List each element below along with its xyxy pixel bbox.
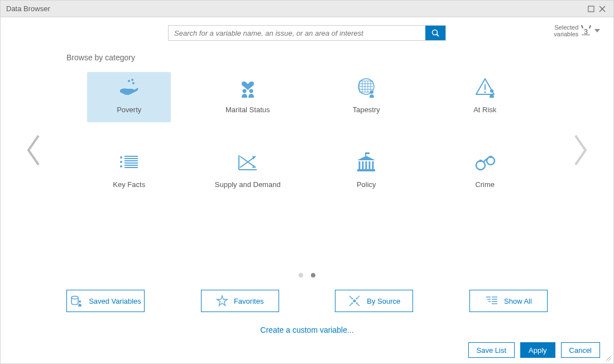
category-label: Supply and Demand — [215, 180, 281, 189]
svg-point-56 — [353, 300, 356, 303]
carousel-next[interactable] — [572, 133, 589, 167]
search-box — [168, 25, 446, 41]
close-button[interactable] — [597, 3, 608, 15]
selected-variables[interactable]: Selected variables 3 — [554, 24, 600, 37]
cancel-label: Cancel — [569, 346, 592, 355]
category-label: Key Facts — [113, 180, 145, 189]
save-list-button[interactable]: Save List — [468, 342, 515, 358]
resize-handle[interactable] — [605, 355, 611, 361]
secondary-label: Saved Variables — [89, 297, 141, 305]
svg-point-7 — [131, 79, 133, 81]
selected-variables-label-1: Selected — [554, 24, 578, 31]
secondary-label: By Source — [367, 297, 400, 305]
secondary-label: Show All — [504, 297, 532, 305]
svg-marker-43 — [357, 156, 375, 160]
resize-icon — [605, 355, 611, 361]
search-row: Selected variables 3 — [14, 25, 600, 41]
chevron-down-icon[interactable] — [594, 29, 600, 33]
svg-point-22 — [370, 90, 373, 94]
save-list-label: Save List — [477, 346, 506, 355]
titlebar: Data Browser — [1, 1, 613, 17]
favorites-button[interactable]: Favorites — [201, 290, 279, 312]
saved-variables-button[interactable]: Saved Variables — [66, 290, 145, 312]
show-all-button[interactable]: Show All — [469, 290, 548, 312]
svg-point-25 — [490, 89, 493, 93]
list-icon — [118, 150, 140, 175]
warning-person-icon — [474, 75, 496, 100]
category-label: Policy — [357, 180, 376, 189]
svg-line-72 — [606, 356, 611, 361]
maximize-button[interactable] — [586, 3, 597, 15]
heart-people-icon — [237, 75, 259, 100]
svg-rect-52 — [479, 160, 482, 162]
svg-rect-46 — [366, 161, 367, 169]
create-custom-variable-link[interactable]: Create a custom variable... — [260, 325, 353, 334]
svg-rect-0 — [588, 6, 594, 12]
pagination-dot-0[interactable] — [299, 273, 303, 277]
svg-point-32 — [120, 165, 122, 167]
by-source-button[interactable]: By Source — [335, 290, 413, 312]
cancel-button[interactable]: Cancel — [561, 342, 600, 358]
svg-point-24 — [484, 92, 486, 93]
apply-button[interactable]: Apply — [520, 342, 555, 358]
apply-label: Apply — [529, 346, 547, 355]
window-title: Data Browser — [6, 4, 50, 13]
svg-rect-41 — [365, 152, 366, 156]
category-label: Marital Status — [226, 106, 270, 114]
maximize-icon — [588, 6, 594, 12]
selected-variables-count: 3 — [584, 28, 588, 36]
svg-rect-45 — [362, 161, 364, 169]
category-label: Crime — [475, 180, 495, 189]
svg-rect-47 — [369, 161, 371, 169]
category-grid: Poverty Marital Status Tapestry — [70, 72, 544, 197]
svg-point-6 — [128, 80, 130, 82]
handcuffs-icon — [474, 150, 496, 175]
svg-point-54 — [71, 296, 78, 299]
svg-rect-44 — [359, 161, 361, 169]
svg-point-8 — [132, 82, 135, 84]
svg-rect-49 — [357, 169, 375, 171]
svg-point-10 — [249, 89, 253, 93]
svg-point-55 — [79, 300, 81, 303]
supply-demand-icon — [237, 150, 259, 175]
svg-line-73 — [608, 358, 611, 361]
gov-icon — [355, 150, 377, 175]
svg-rect-53 — [490, 156, 492, 158]
svg-marker-5 — [594, 29, 600, 32]
svg-rect-48 — [372, 161, 374, 169]
category-label: At Risk — [473, 106, 496, 114]
carousel-prev[interactable] — [25, 133, 42, 167]
grid-person-icon — [355, 75, 377, 100]
svg-line-4 — [437, 35, 439, 37]
show-all-icon — [485, 295, 498, 307]
category-poverty[interactable]: Poverty — [87, 72, 171, 122]
svg-point-29 — [120, 161, 122, 163]
category-crime[interactable]: Crime — [443, 147, 527, 197]
search-button[interactable] — [425, 26, 445, 40]
pagination-dot-1[interactable] — [311, 273, 315, 277]
secondary-actions: Saved Variables Favorites By Source Show… — [66, 290, 548, 312]
category-label: Tapestry — [353, 106, 380, 114]
category-policy[interactable]: Policy — [324, 147, 408, 197]
close-icon — [598, 5, 606, 13]
svg-rect-42 — [366, 152, 370, 154]
svg-point-3 — [433, 30, 438, 35]
hand-coins-icon — [118, 75, 140, 100]
search-input[interactable] — [169, 26, 425, 40]
category-at-risk[interactable]: At Risk — [443, 72, 527, 122]
selected-variables-label-2: variables — [554, 31, 578, 37]
cart-icon: 3 — [582, 26, 590, 35]
db-person-icon — [70, 294, 83, 308]
category-key-facts[interactable]: Key Facts — [87, 147, 171, 197]
category-carousel: Poverty Marital Status Tapestry — [14, 72, 600, 240]
svg-point-50 — [476, 161, 485, 170]
star-icon — [216, 295, 228, 307]
pagination-dots — [14, 273, 600, 277]
svg-point-26 — [120, 156, 122, 159]
category-tapestry[interactable]: Tapestry — [324, 72, 408, 122]
svg-point-9 — [242, 89, 246, 93]
category-marital-status[interactable]: Marital Status — [206, 72, 290, 122]
browse-by-category-label: Browse by category — [66, 53, 600, 62]
data-browser-window: Data Browser Selected — [0, 0, 614, 364]
category-supply-and-demand[interactable]: Supply and Demand — [206, 147, 290, 197]
